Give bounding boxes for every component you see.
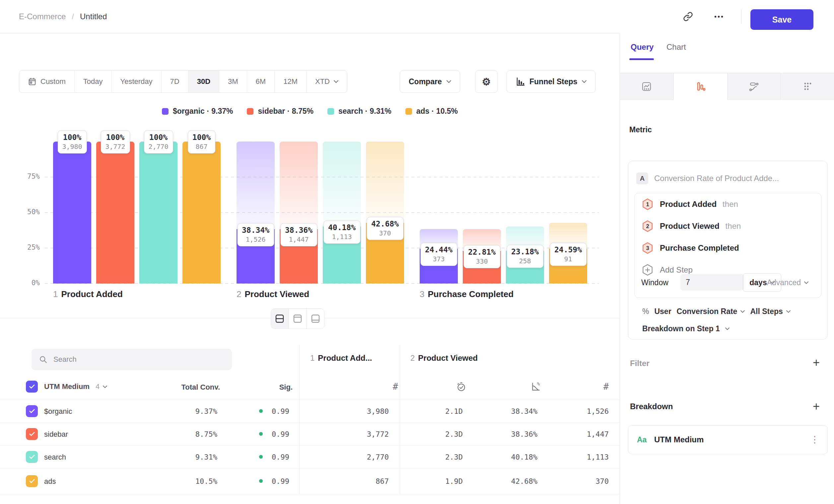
select-all-checkbox[interactable]	[26, 381, 38, 393]
add-breakdown-button[interactable]: +	[813, 400, 820, 412]
breakdown-property-label: UTM Medium	[654, 435, 704, 444]
table-step2-header[interactable]: 2Product Viewed	[410, 353, 478, 363]
chart-settings-button[interactable]: ⚙	[475, 70, 498, 93]
tab-flows[interactable]	[727, 73, 781, 100]
group-column-header[interactable]: UTM Medium 4	[44, 382, 107, 391]
row-checkbox[interactable]	[26, 405, 38, 417]
gridline	[45, 283, 599, 284]
funnel-bar[interactable]	[280, 229, 318, 283]
add-filter-button[interactable]: +	[813, 357, 820, 369]
conversion-window-row: Window days Advanced	[641, 282, 814, 300]
funnel-step-1[interactable]: 1 Product Added then	[641, 198, 738, 210]
breakdown-on-step-selector[interactable]: Breakdown on Step 1	[642, 324, 729, 333]
metric-selector[interactable]: Conversion Rate	[677, 307, 745, 316]
breakdown-item[interactable]: Aa UTM Medium ⋮	[628, 425, 828, 454]
bar-pct-value: 24.59%	[554, 245, 582, 255]
step2-time-column[interactable]	[451, 381, 471, 392]
view-toggle-table-only[interactable]	[306, 309, 324, 328]
flows-icon	[748, 81, 760, 92]
row-checkbox[interactable]	[26, 451, 38, 463]
tab-insights[interactable]	[620, 73, 674, 100]
legend-item-ads[interactable]: ads · 10.5%	[405, 107, 458, 116]
date-range-xtd[interactable]: XTD	[306, 71, 347, 92]
svg-text:2: 2	[646, 223, 649, 229]
legend-swatch	[405, 108, 412, 115]
date-range-12m[interactable]: 12M	[275, 71, 306, 92]
copy-link-button[interactable]	[681, 9, 695, 24]
date-range-3m[interactable]: 3M	[219, 71, 247, 92]
step-hexagon-badge: 1	[641, 198, 654, 210]
funnel-bar[interactable]	[237, 229, 275, 283]
bar-value-label: 100%2,770	[144, 130, 173, 154]
breadcrumb: E-Commerce / Untitled	[19, 0, 107, 33]
metric-title[interactable]: Conversion Rate of Product Adde...	[654, 174, 779, 183]
view-toggle-chart-only[interactable]	[289, 309, 307, 328]
window-value-input[interactable]	[680, 274, 744, 291]
query-panel: Query Chart	[620, 33, 834, 504]
row-checkbox[interactable]	[26, 428, 38, 440]
date-range-30d-active[interactable]: 30D	[188, 71, 219, 92]
funnel-bar[interactable]	[53, 142, 91, 283]
save-button[interactable]: Save	[750, 9, 813, 30]
check-icon	[29, 479, 35, 483]
legend-item-search[interactable]: search · 9.31%	[327, 107, 392, 116]
legend-swatch	[162, 108, 169, 115]
table-step1-header[interactable]: 1Product Add...	[310, 353, 372, 363]
funnel-bar[interactable]	[506, 251, 544, 283]
date-range-yesterday[interactable]: Yesterday	[111, 71, 161, 92]
tab-retention[interactable]	[781, 73, 834, 100]
funnel-bar[interactable]	[139, 142, 177, 283]
funnel-step-2[interactable]: 2 Product Viewed then	[641, 220, 741, 232]
bar-pct-value: 100%	[192, 133, 211, 143]
date-range-7d[interactable]: 7D	[161, 71, 188, 92]
total-conv-value: 8.75%	[151, 430, 217, 438]
funnel-step-axis-label: 1Product Added	[53, 289, 123, 299]
bar-pct-value: 42.68%	[371, 219, 399, 229]
row-label: ads	[44, 477, 56, 486]
breadcrumb-project[interactable]: E-Commerce	[19, 12, 66, 21]
step1-count-column[interactable]: #	[378, 381, 398, 392]
significance-dot	[259, 479, 263, 483]
gridline	[45, 248, 599, 248]
date-range-custom[interactable]: Custom	[19, 71, 74, 92]
legend-item-sidebar[interactable]: sidebar · 8.75%	[247, 107, 313, 116]
tab-query[interactable]: Query	[631, 42, 654, 52]
funnel-step-3[interactable]: 3 Purchase Completed	[641, 242, 745, 254]
chart-type-selector[interactable]: Funnel Steps	[507, 70, 595, 93]
step2-rate-column[interactable]: %	[526, 381, 546, 392]
svg-text:1: 1	[646, 201, 649, 208]
bar-count-value: 373	[425, 255, 453, 263]
chevron-down-icon	[446, 80, 451, 83]
advanced-toggle[interactable]: Advanced	[767, 278, 809, 287]
compare-button[interactable]: Compare	[400, 70, 460, 93]
funnel-bar[interactable]	[420, 249, 458, 283]
scope-selector[interactable]: All Steps	[750, 307, 790, 316]
sig-column-header[interactable]: Sig.	[249, 383, 292, 392]
funnel-bar[interactable]	[463, 251, 501, 283]
step2-count-column[interactable]: #	[589, 381, 609, 392]
step1-count-value: 3,772	[323, 430, 389, 438]
breakdown-section-heading: Breakdown	[630, 402, 673, 411]
funnel-bar[interactable]	[182, 142, 221, 283]
entity-selector[interactable]: User	[654, 307, 671, 316]
legend-item-organic[interactable]: $organic · 9.37%	[162, 107, 233, 116]
tab-funnels-active[interactable]	[674, 73, 727, 100]
bar-pct-value: 22.81%	[468, 247, 496, 257]
tab-chart[interactable]: Chart	[666, 42, 686, 52]
kebab-menu-icon[interactable]: ⋮	[810, 434, 819, 445]
bar-pct-value: 40.18%	[328, 223, 356, 233]
funnel-bar[interactable]	[366, 223, 404, 283]
funnel-bar[interactable]	[96, 142, 134, 283]
total-conv-column-header[interactable]: Total Conv.	[154, 383, 220, 392]
breadcrumb-report-title[interactable]: Untitled	[80, 12, 107, 21]
date-range-today[interactable]: Today	[74, 71, 111, 92]
funnel-bar[interactable]	[549, 249, 587, 283]
funnel-bar[interactable]	[323, 227, 361, 283]
view-toggle-split[interactable]	[271, 309, 289, 328]
row-checkbox[interactable]	[26, 475, 38, 487]
active-tab-underline	[629, 59, 654, 60]
search-input[interactable]	[53, 355, 225, 364]
more-options-button[interactable]: •••	[712, 9, 726, 24]
chevron-down-icon	[103, 385, 107, 388]
date-range-6m[interactable]: 6M	[247, 71, 275, 92]
